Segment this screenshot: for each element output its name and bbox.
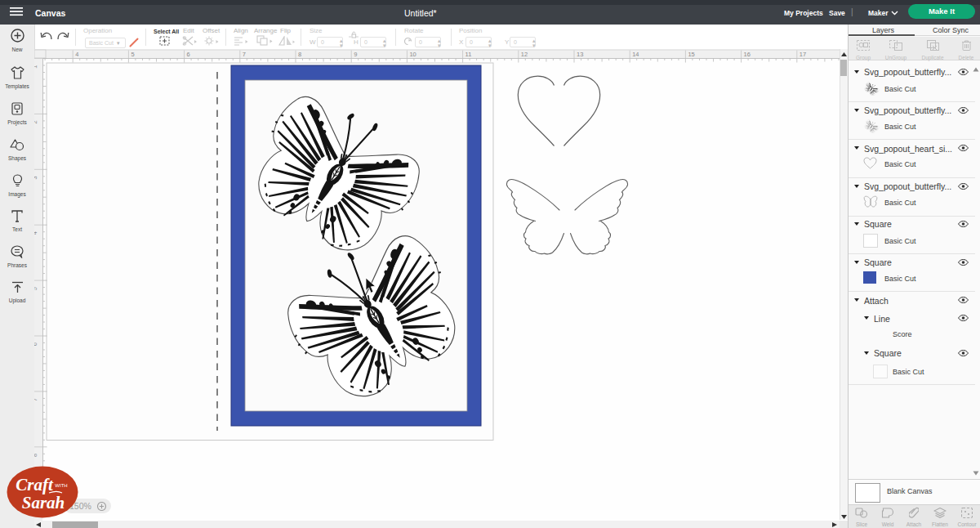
svg-text:9: 9	[354, 51, 357, 58]
svg-text:3: 3	[34, 176, 38, 179]
svg-text:14: 14	[632, 51, 639, 58]
svg-text:4: 4	[75, 51, 78, 58]
svg-text:1: 1	[34, 65, 38, 69]
svg-text:11: 11	[466, 51, 472, 58]
svg-text:10: 10	[409, 51, 416, 58]
svg-text:6: 6	[187, 51, 190, 58]
svg-text:16: 16	[744, 51, 751, 58]
svg-text:Sarah: Sarah	[22, 493, 65, 512]
svg-text:15: 15	[688, 51, 694, 58]
svg-text:7: 7	[243, 51, 246, 58]
svg-text:WITH: WITH	[55, 483, 67, 488]
svg-text:8: 8	[298, 51, 301, 58]
svg-text:7: 7	[34, 398, 38, 401]
svg-text:6: 6	[34, 342, 38, 346]
svg-text:8: 8	[34, 454, 38, 457]
svg-text:5: 5	[34, 287, 38, 290]
svg-text:Craft: Craft	[16, 475, 54, 494]
svg-text:13: 13	[577, 51, 583, 58]
svg-text:2: 2	[34, 120, 38, 123]
svg-text:5: 5	[131, 51, 134, 58]
svg-text:17: 17	[800, 51, 806, 58]
svg-text:12: 12	[521, 51, 528, 58]
svg-text:4: 4	[34, 231, 38, 235]
